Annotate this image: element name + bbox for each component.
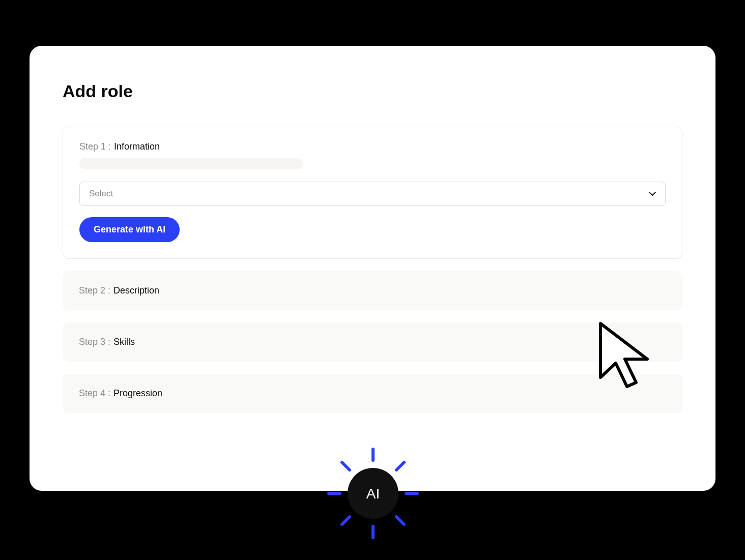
step-header-2: Step 2 : Description xyxy=(79,285,666,296)
step-name: Information xyxy=(114,141,160,152)
step-header-3: Step 3 : Skills xyxy=(79,337,666,347)
step-name: Skills xyxy=(113,337,135,347)
step-name: Progression xyxy=(113,388,162,399)
step-progression-card[interactable]: Step 4 : Progression xyxy=(63,374,682,413)
step-information-card: Step 1 : Information Select Generate wit… xyxy=(63,127,682,259)
step-header-4: Step 4 : Progression xyxy=(79,388,666,399)
step-description-card[interactable]: Step 2 : Description xyxy=(63,271,682,310)
step-label: Step 2 : xyxy=(79,285,110,296)
select-dropdown[interactable]: Select xyxy=(79,182,666,206)
generate-with-ai-button[interactable]: Generate with AI xyxy=(79,217,180,242)
step-label: Step 1 : xyxy=(79,141,111,152)
step-name: Description xyxy=(113,285,159,296)
svg-line-7 xyxy=(342,517,350,524)
step-label: Step 3 : xyxy=(79,337,110,347)
step-label: Step 4 : xyxy=(79,388,110,399)
role-name-input[interactable] xyxy=(79,158,303,169)
step-skills-card[interactable]: Step 3 : Skills xyxy=(63,322,682,362)
chevron-down-icon xyxy=(649,190,656,197)
page-title: Add role xyxy=(63,81,682,101)
svg-line-5 xyxy=(396,517,404,524)
step-header-1: Step 1 : Information xyxy=(79,141,666,152)
select-placeholder: Select xyxy=(89,189,113,199)
add-role-window: Add role Step 1 : Information Select Gen… xyxy=(30,46,715,491)
